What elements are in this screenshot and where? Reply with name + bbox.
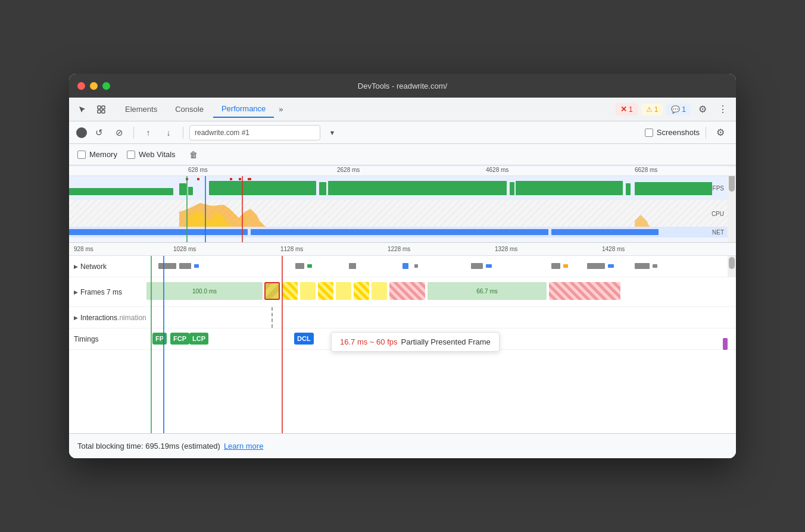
tabs-more[interactable]: » <box>275 102 286 116</box>
network-scrollbar[interactable] <box>728 256 736 277</box>
more-options-icon[interactable]: ⋮ <box>714 101 731 118</box>
frame-selected[interactable] <box>264 282 280 300</box>
profile-input[interactable] <box>189 125 320 140</box>
frame-yellow-1 <box>282 282 298 300</box>
frame-yellow-5 <box>354 282 369 300</box>
window-title: DevTools - readwrite.com/ <box>358 82 447 90</box>
vline-red-main <box>282 256 283 433</box>
upload-button[interactable]: ↑ <box>140 124 157 141</box>
web-vitals-option[interactable]: Web Vitals <box>127 150 176 159</box>
dropdown-arrow[interactable]: ▼ <box>324 124 341 141</box>
vline-red-overview <box>242 176 243 242</box>
tab-performance[interactable]: Performance <box>213 101 274 118</box>
cpu-chart <box>69 200 728 227</box>
overview-scrollbar[interactable] <box>728 165 736 242</box>
interactions-arrow-icon[interactable]: ▶ <box>74 315 78 321</box>
net-block-2 <box>179 263 191 269</box>
web-vitals-checkbox[interactable] <box>127 151 135 159</box>
net-block-9 <box>471 263 483 269</box>
net-block-8 <box>414 264 418 268</box>
title-bar: DevTools - readwrite.com/ <box>69 74 736 98</box>
svg-rect-20 <box>69 200 728 227</box>
selection-handle[interactable] <box>723 338 728 350</box>
frames-track: ▶ Frames 7 ms 100.0 ms <box>69 277 736 307</box>
interactions-track-content <box>146 307 728 328</box>
minimize-button[interactable] <box>90 82 98 90</box>
warning-icon: ⚠ <box>646 105 653 114</box>
frames-arrow-icon[interactable]: ▶ <box>74 289 78 295</box>
warning-badge[interactable]: ⚠ 1 <box>641 104 663 115</box>
net-block-12 <box>563 264 568 268</box>
interaction-dashed-line <box>272 307 273 328</box>
svg-rect-16 <box>516 181 623 195</box>
toolbar-settings-icon[interactable]: ⚙ <box>712 124 729 141</box>
maximize-button[interactable] <box>102 82 110 90</box>
download-button[interactable]: ↓ <box>160 124 177 141</box>
tooltip-description: Partially Presented Frame <box>401 337 490 346</box>
svg-rect-1 <box>102 106 105 109</box>
svg-rect-9 <box>69 188 173 195</box>
net-block-10 <box>486 264 492 268</box>
mid-timestamps: 928 ms 1028 ms 1128 ms 1228 ms 1328 ms 1… <box>69 243 736 256</box>
net-block-16 <box>653 264 657 268</box>
timeline-overview[interactable]: 628 ms 2628 ms 4628 ms 6628 ms <box>69 165 736 243</box>
svg-rect-17 <box>626 183 631 195</box>
cursor-tool[interactable] <box>74 101 91 118</box>
options-row: Memory Web Vitals 🗑 <box>69 144 736 165</box>
memory-checkbox[interactable] <box>77 151 86 159</box>
tab-bar-right: ✕ 1 ⚠ 1 💬 1 ⚙ ⋮ <box>616 101 731 118</box>
net-block-6 <box>349 263 356 269</box>
svg-rect-2 <box>98 110 101 113</box>
svg-rect-15 <box>510 182 514 195</box>
svg-rect-12 <box>209 181 316 195</box>
frames-track-label: ▶ Frames 7 ms <box>69 288 146 296</box>
info-badge[interactable]: 💬 1 <box>666 104 691 115</box>
learn-more-link[interactable]: Learn more <box>224 442 263 450</box>
frame-yellow-6 <box>372 282 387 300</box>
frame-yellow-4 <box>336 282 351 300</box>
status-text: Total blocking time: 695.19ms (estimated… <box>77 442 220 450</box>
tab-bar: Elements Console Performance » ✕ 1 ⚠ 1 💬… <box>69 98 736 121</box>
network-track-label: ▶ Network <box>69 262 146 271</box>
frame-yellow-2 <box>300 282 316 300</box>
frame-tooltip: 16.7 ms ~ 60 fps Partially Presented Fra… <box>331 332 500 352</box>
tab-console[interactable]: Console <box>167 101 212 117</box>
performance-toolbar: ↺ ⊘ ↑ ↓ ▼ Screenshots ⚙ <box>69 121 736 144</box>
ts-1228: 1228 ms <box>388 246 410 252</box>
clear-button[interactable]: ⊘ <box>111 124 127 141</box>
frame-667ms: 66.7 ms <box>428 282 547 300</box>
record-button[interactable] <box>76 127 87 138</box>
net-block-13 <box>587 263 605 269</box>
error-icon: ✕ <box>620 105 627 114</box>
ts-1428: 1428 ms <box>602 246 625 252</box>
interactions-track-label: ▶ Interactions.nimation <box>69 314 146 322</box>
svg-rect-14 <box>328 181 507 195</box>
net-block-11 <box>551 263 560 269</box>
reload-button[interactable]: ↺ <box>91 124 107 141</box>
timings-track-label: Timings <box>69 335 146 343</box>
svg-rect-23 <box>551 229 659 235</box>
svg-rect-8 <box>248 178 251 180</box>
tooltip-fps-value: 16.7 ms ~ 60 fps <box>340 337 397 346</box>
network-scrollbar-thumb[interactable] <box>729 257 735 269</box>
screenshots-label[interactable]: Screenshots <box>645 128 700 137</box>
delete-button[interactable]: 🗑 <box>185 146 202 163</box>
screenshots-checkbox[interactable] <box>645 129 653 137</box>
separator-1 <box>133 127 134 139</box>
error-badge[interactable]: ✕ 1 <box>616 103 638 115</box>
net-block-1 <box>158 263 176 269</box>
inspect-tool[interactable] <box>93 101 110 118</box>
ts-628: 628 ms <box>188 167 208 173</box>
cpu-row: CPU <box>69 200 728 227</box>
network-arrow-icon[interactable]: ▶ <box>74 264 78 270</box>
fps-chart <box>69 176 728 200</box>
separator-2 <box>183 127 183 139</box>
fps-row: FPS <box>69 176 728 200</box>
status-bar: Total blocking time: 695.19ms (estimated… <box>69 433 736 458</box>
close-button[interactable] <box>77 82 85 90</box>
settings-icon[interactable]: ⚙ <box>694 101 711 118</box>
svg-rect-10 <box>179 183 186 195</box>
tabs: Elements Console Performance » <box>117 101 616 118</box>
memory-option[interactable]: Memory <box>77 150 117 159</box>
tab-elements[interactable]: Elements <box>117 101 166 117</box>
